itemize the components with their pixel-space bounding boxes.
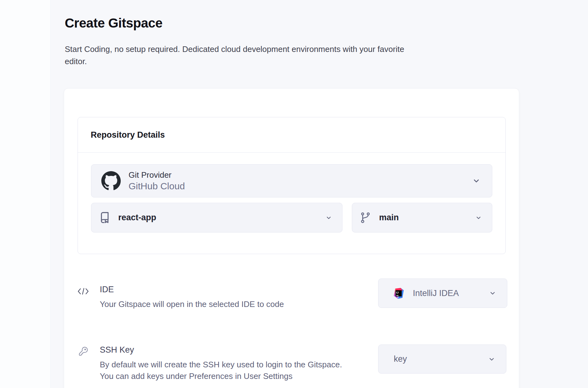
ssh-key-description-line: By default we will create the SSH key us… [100, 359, 342, 370]
ssh-key-label: SSH Key [100, 345, 342, 355]
chevron-down-icon [489, 289, 496, 297]
left-nav-strip [0, 0, 51, 388]
intellij-idea-logo: IJ [393, 288, 404, 299]
chevron-down-icon [325, 214, 332, 221]
ide-select-value: IntelliJ IDEA [413, 288, 459, 298]
ssh-key-description: By default we will create the SSH key us… [100, 359, 342, 382]
ide-label: IDE [100, 285, 284, 294]
github-icon [101, 171, 121, 191]
code-icon [77, 288, 89, 295]
repository-details-card: Repository Details Git Provider GitHub C… [78, 117, 506, 254]
repository-details-body: Git Provider GitHub Cloud [78, 153, 505, 232]
page-subtitle-line: editor. [65, 55, 404, 68]
git-branch-icon [360, 212, 372, 224]
git-provider-select[interactable]: Git Provider GitHub Cloud [91, 164, 492, 197]
repo-icon [98, 211, 111, 224]
ide-description: Your Gitspace will open in the selected … [100, 299, 284, 310]
repository-details-title: Repository Details [91, 130, 165, 140]
chevron-down-icon [488, 355, 495, 363]
chevron-down-icon [472, 176, 481, 185]
ide-select[interactable]: IJ IntelliJ IDEA [378, 278, 507, 308]
gitspace-form-card: Repository Details Git Provider GitHub C… [64, 88, 519, 388]
page-subtitle: Start Coding, no setup required. Dedicat… [65, 43, 404, 68]
svg-text:IJ: IJ [396, 291, 398, 294]
git-provider-label: Git Provider [129, 170, 185, 180]
ssh-key-select-value: key [394, 354, 407, 364]
branch-select-value: main [379, 213, 399, 222]
git-provider-text: Git Provider GitHub Cloud [129, 170, 185, 192]
chevron-down-icon [475, 214, 482, 221]
ssh-key-description-line: You can add keys under Preferences in Us… [100, 370, 342, 382]
ssh-key-field: SSH Key By default we will create the SS… [100, 345, 342, 382]
ssh-key-select[interactable]: key [378, 345, 506, 374]
repository-select-value: react-app [118, 213, 156, 222]
repo-branch-row: react-app [91, 203, 492, 232]
key-icon [79, 346, 88, 356]
repository-select[interactable]: react-app [91, 203, 342, 232]
create-gitspace-page: Create Gitspace Start Coding, no setup r… [0, 0, 588, 388]
page-title: Create Gitspace [65, 16, 162, 31]
repository-details-header: Repository Details [78, 117, 505, 153]
branch-select[interactable]: main [352, 203, 492, 232]
ide-field: IDE Your Gitspace will open in the selec… [100, 285, 284, 310]
page-subtitle-line: Start Coding, no setup required. Dedicat… [65, 43, 404, 55]
git-provider-value: GitHub Cloud [129, 180, 185, 192]
